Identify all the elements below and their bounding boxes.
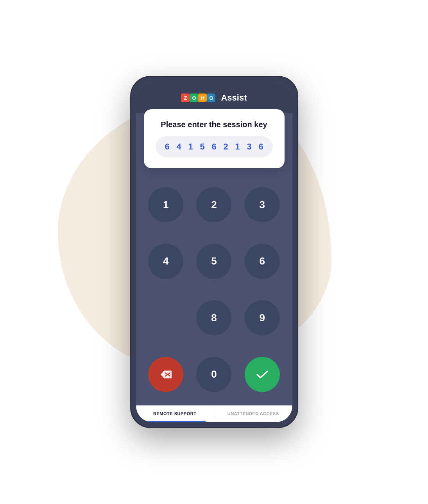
confirm-button[interactable] <box>245 357 280 392</box>
phone-device: Z O H O Assist Please enter the session … <box>130 76 298 428</box>
scene: Z O H O Assist Please enter the session … <box>38 17 390 487</box>
tab-remote-support[interactable]: REMOTE SUPPORT <box>136 406 214 422</box>
digit-4: 5 <box>199 142 206 152</box>
digit-7: 1 <box>235 142 241 152</box>
zoho-wordmark: Z O H O <box>181 94 215 102</box>
logo-letter-z: Z <box>181 94 190 102</box>
delete-icon <box>160 370 172 379</box>
assist-label: Assist <box>221 93 247 103</box>
phone-screen: Z O H O Assist Please enter the session … <box>136 82 292 422</box>
zoho-assist-logo: Z O H O Assist <box>181 93 247 103</box>
session-key-card: Please enter the session key 6 4 1 5 6 2… <box>144 109 285 168</box>
delete-button[interactable] <box>148 357 183 392</box>
logo-letter-h: H <box>198 94 207 102</box>
key-8[interactable]: 8 <box>196 300 231 335</box>
session-digits-display: 6 4 1 5 6 2 1 3 6 <box>156 136 273 157</box>
keypad-grid: 1 2 3 4 5 6 8 9 <box>145 180 283 399</box>
tab-remote-support-label: REMOTE SUPPORT <box>153 411 196 416</box>
session-key-title: Please enter the session key <box>156 120 273 129</box>
key-1[interactable]: 1 <box>148 187 183 222</box>
key-9[interactable]: 9 <box>245 300 280 335</box>
key-6[interactable]: 6 <box>245 244 280 279</box>
key-4[interactable]: 4 <box>148 244 183 279</box>
digit-1: 6 <box>164 142 170 152</box>
key-5[interactable]: 5 <box>196 244 231 279</box>
key-3[interactable]: 3 <box>245 187 280 222</box>
digit-9: 6 <box>258 142 264 152</box>
tab-unattended-access[interactable]: UNATTENDED ACCESS <box>214 406 292 422</box>
digit-2: 4 <box>176 142 182 152</box>
digit-5: 6 <box>211 142 217 152</box>
phone-top-bar: Z O H O Assist <box>136 82 292 113</box>
key-2[interactable]: 2 <box>196 187 231 222</box>
bottom-tab-bar: REMOTE SUPPORT UNATTENDED ACCESS <box>136 405 292 422</box>
logo-letter-o1: O <box>190 94 198 102</box>
digit-6: 2 <box>223 142 229 152</box>
key-0[interactable]: 0 <box>196 357 231 392</box>
checkmark-icon <box>256 370 269 379</box>
logo-letter-o2: O <box>207 94 215 102</box>
keypad-area: 1 2 3 4 5 6 8 9 <box>136 168 292 405</box>
tab-unattended-access-label: UNATTENDED ACCESS <box>227 411 279 416</box>
digit-8: 3 <box>246 142 253 152</box>
digit-3: 1 <box>188 142 194 152</box>
key-empty <box>148 300 183 335</box>
